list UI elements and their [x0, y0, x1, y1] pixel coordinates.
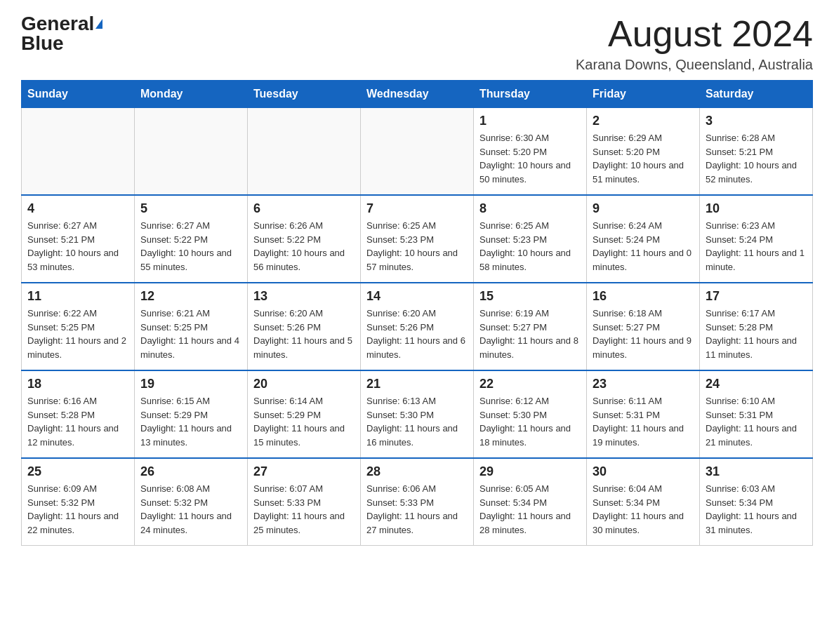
day-info: Sunrise: 6:18 AMSunset: 5:27 PMDaylight:… [593, 307, 694, 361]
day-number: 25 [27, 464, 128, 479]
calendar-cell: 21Sunrise: 6:13 AMSunset: 5:30 PMDayligh… [361, 370, 474, 458]
day-number: 20 [253, 377, 355, 391]
calendar-cell: 15Sunrise: 6:19 AMSunset: 5:27 PMDayligh… [474, 283, 587, 370]
day-info: Sunrise: 6:05 AMSunset: 5:34 PMDaylight:… [479, 482, 581, 537]
day-number: 6 [253, 201, 355, 216]
header-friday: Friday [587, 81, 700, 108]
day-number: 4 [27, 201, 128, 216]
calendar-cell: 3Sunrise: 6:28 AMSunset: 5:21 PMDaylight… [700, 108, 813, 196]
calendar-week-row: 18Sunrise: 6:16 AMSunset: 5:28 PMDayligh… [22, 370, 813, 458]
calendar-cell: 10Sunrise: 6:23 AMSunset: 5:24 PMDayligh… [700, 195, 813, 283]
day-number: 24 [706, 377, 807, 391]
calendar-cell: 11Sunrise: 6:22 AMSunset: 5:25 PMDayligh… [22, 283, 135, 370]
calendar-cell: 2Sunrise: 6:29 AMSunset: 5:20 PMDaylight… [587, 108, 700, 196]
day-number: 31 [706, 464, 807, 479]
calendar-cell: 24Sunrise: 6:10 AMSunset: 5:31 PMDayligh… [700, 370, 813, 458]
day-number: 17 [706, 289, 807, 304]
logo-triangle-icon [95, 19, 102, 29]
day-number: 30 [593, 464, 694, 479]
page-header: General Blue August 2024 Karana Downs, Q… [21, 14, 813, 73]
calendar-cell: 5Sunrise: 6:27 AMSunset: 5:22 PMDaylight… [135, 195, 248, 283]
day-info: Sunrise: 6:25 AMSunset: 5:23 PMDaylight:… [366, 219, 468, 274]
calendar-cell: 27Sunrise: 6:07 AMSunset: 5:33 PMDayligh… [248, 458, 361, 546]
day-info: Sunrise: 6:14 AMSunset: 5:29 PMDaylight:… [253, 394, 355, 449]
day-number: 11 [27, 289, 128, 304]
day-info: Sunrise: 6:08 AMSunset: 5:32 PMDaylight:… [140, 482, 241, 537]
calendar-cell: 22Sunrise: 6:12 AMSunset: 5:30 PMDayligh… [474, 370, 587, 458]
day-number: 22 [479, 377, 581, 391]
day-info: Sunrise: 6:15 AMSunset: 5:29 PMDaylight:… [140, 394, 241, 449]
calendar-table: SundayMondayTuesdayWednesdayThursdayFrid… [21, 80, 813, 546]
day-number: 2 [593, 114, 694, 128]
day-info: Sunrise: 6:10 AMSunset: 5:31 PMDaylight:… [706, 394, 807, 449]
calendar-week-row: 4Sunrise: 6:27 AMSunset: 5:21 PMDaylight… [22, 195, 813, 283]
calendar-cell: 26Sunrise: 6:08 AMSunset: 5:32 PMDayligh… [135, 458, 248, 546]
calendar-cell: 12Sunrise: 6:21 AMSunset: 5:25 PMDayligh… [135, 283, 248, 370]
calendar-cell: 6Sunrise: 6:26 AMSunset: 5:22 PMDaylight… [248, 195, 361, 283]
day-number: 18 [27, 377, 128, 391]
calendar-header-row: SundayMondayTuesdayWednesdayThursdayFrid… [22, 81, 813, 108]
calendar-cell: 17Sunrise: 6:17 AMSunset: 5:28 PMDayligh… [700, 283, 813, 370]
day-number: 27 [253, 464, 355, 479]
day-info: Sunrise: 6:20 AMSunset: 5:26 PMDaylight:… [366, 307, 468, 361]
day-number: 8 [479, 201, 581, 216]
day-info: Sunrise: 6:23 AMSunset: 5:24 PMDaylight:… [706, 219, 807, 274]
day-number: 7 [366, 201, 468, 216]
day-info: Sunrise: 6:21 AMSunset: 5:25 PMDaylight:… [140, 307, 241, 361]
day-number: 16 [593, 289, 694, 304]
day-number: 9 [593, 201, 694, 216]
calendar-week-row: 11Sunrise: 6:22 AMSunset: 5:25 PMDayligh… [22, 283, 813, 370]
day-number: 1 [479, 114, 581, 128]
logo-blue: Blue [21, 34, 64, 53]
day-info: Sunrise: 6:24 AMSunset: 5:24 PMDaylight:… [593, 219, 694, 274]
calendar-cell: 13Sunrise: 6:20 AMSunset: 5:26 PMDayligh… [248, 283, 361, 370]
day-info: Sunrise: 6:26 AMSunset: 5:22 PMDaylight:… [253, 219, 355, 274]
calendar-cell: 29Sunrise: 6:05 AMSunset: 5:34 PMDayligh… [474, 458, 587, 546]
logo: General Blue [21, 14, 102, 53]
calendar-week-row: 1Sunrise: 6:30 AMSunset: 5:20 PMDaylight… [22, 108, 813, 196]
day-number: 29 [479, 464, 581, 479]
day-number: 5 [140, 201, 241, 216]
day-info: Sunrise: 6:07 AMSunset: 5:33 PMDaylight:… [253, 482, 355, 537]
day-info: Sunrise: 6:27 AMSunset: 5:22 PMDaylight:… [140, 219, 241, 274]
calendar-cell [248, 108, 361, 196]
day-info: Sunrise: 6:03 AMSunset: 5:34 PMDaylight:… [706, 482, 807, 537]
day-info: Sunrise: 6:29 AMSunset: 5:20 PMDaylight:… [593, 131, 694, 186]
day-info: Sunrise: 6:19 AMSunset: 5:27 PMDaylight:… [479, 307, 581, 361]
header-wednesday: Wednesday [361, 81, 474, 108]
day-number: 19 [140, 377, 241, 391]
calendar-cell: 8Sunrise: 6:25 AMSunset: 5:23 PMDaylight… [474, 195, 587, 283]
day-number: 12 [140, 289, 241, 304]
day-info: Sunrise: 6:06 AMSunset: 5:33 PMDaylight:… [366, 482, 468, 537]
header-sunday: Sunday [22, 81, 135, 108]
day-info: Sunrise: 6:20 AMSunset: 5:26 PMDaylight:… [253, 307, 355, 361]
day-number: 28 [366, 464, 468, 479]
calendar-cell: 1Sunrise: 6:30 AMSunset: 5:20 PMDaylight… [474, 108, 587, 196]
day-info: Sunrise: 6:11 AMSunset: 5:31 PMDaylight:… [593, 394, 694, 449]
calendar-cell: 23Sunrise: 6:11 AMSunset: 5:31 PMDayligh… [587, 370, 700, 458]
calendar-cell: 18Sunrise: 6:16 AMSunset: 5:28 PMDayligh… [22, 370, 135, 458]
calendar-cell: 31Sunrise: 6:03 AMSunset: 5:34 PMDayligh… [700, 458, 813, 546]
calendar-cell: 28Sunrise: 6:06 AMSunset: 5:33 PMDayligh… [361, 458, 474, 546]
day-info: Sunrise: 6:04 AMSunset: 5:34 PMDaylight:… [593, 482, 694, 537]
calendar-cell: 14Sunrise: 6:20 AMSunset: 5:26 PMDayligh… [361, 283, 474, 370]
calendar-cell: 25Sunrise: 6:09 AMSunset: 5:32 PMDayligh… [22, 458, 135, 546]
calendar-cell [361, 108, 474, 196]
calendar-title: August 2024 [576, 14, 813, 54]
calendar-cell: 7Sunrise: 6:25 AMSunset: 5:23 PMDaylight… [361, 195, 474, 283]
calendar-week-row: 25Sunrise: 6:09 AMSunset: 5:32 PMDayligh… [22, 458, 813, 546]
header-tuesday: Tuesday [248, 81, 361, 108]
calendar-subtitle: Karana Downs, Queensland, Australia [576, 57, 813, 73]
day-info: Sunrise: 6:22 AMSunset: 5:25 PMDaylight:… [27, 307, 128, 361]
day-info: Sunrise: 6:30 AMSunset: 5:20 PMDaylight:… [479, 131, 581, 186]
day-info: Sunrise: 6:09 AMSunset: 5:32 PMDaylight:… [27, 482, 128, 537]
day-number: 3 [706, 114, 807, 128]
title-block: August 2024 Karana Downs, Queensland, Au… [576, 14, 813, 73]
day-number: 26 [140, 464, 241, 479]
day-number: 13 [253, 289, 355, 304]
day-number: 15 [479, 289, 581, 304]
day-number: 14 [366, 289, 468, 304]
day-info: Sunrise: 6:17 AMSunset: 5:28 PMDaylight:… [706, 307, 807, 361]
logo-general: General [21, 14, 94, 34]
day-number: 21 [366, 377, 468, 391]
